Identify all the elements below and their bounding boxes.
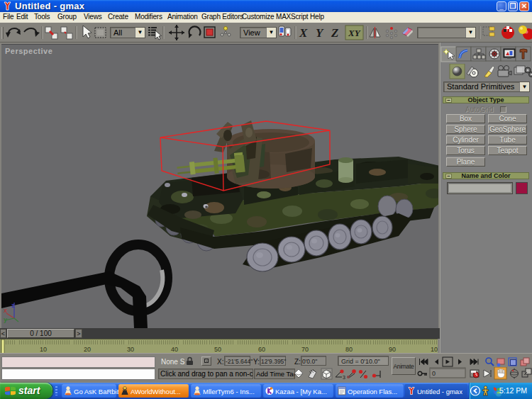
svg-text:z: z — [11, 302, 15, 309]
svg-text:Y: Y — [316, 26, 324, 40]
svg-text:80: 80 — [345, 346, 353, 353]
svg-text:X: X — [299, 26, 308, 40]
svg-text:60: 60 — [258, 346, 265, 353]
svg-text:40: 40 — [171, 346, 178, 353]
svg-text:20: 20 — [84, 346, 91, 353]
svg-text:y: y — [4, 316, 7, 323]
svg-text:10: 10 — [40, 346, 47, 353]
svg-text:Z: Z — [331, 26, 338, 40]
svg-text:90: 90 — [389, 346, 396, 353]
svg-text:XY: XY — [348, 28, 361, 38]
svg-text:70: 70 — [301, 346, 309, 353]
svg-text:3: 3 — [343, 375, 345, 380]
svg-text:30: 30 — [127, 346, 134, 353]
svg-text:x: x — [4, 307, 7, 314]
svg-text:0: 0 — [432, 370, 436, 377]
svg-text:50: 50 — [214, 346, 221, 353]
svg-text:10: 10 — [431, 346, 438, 353]
